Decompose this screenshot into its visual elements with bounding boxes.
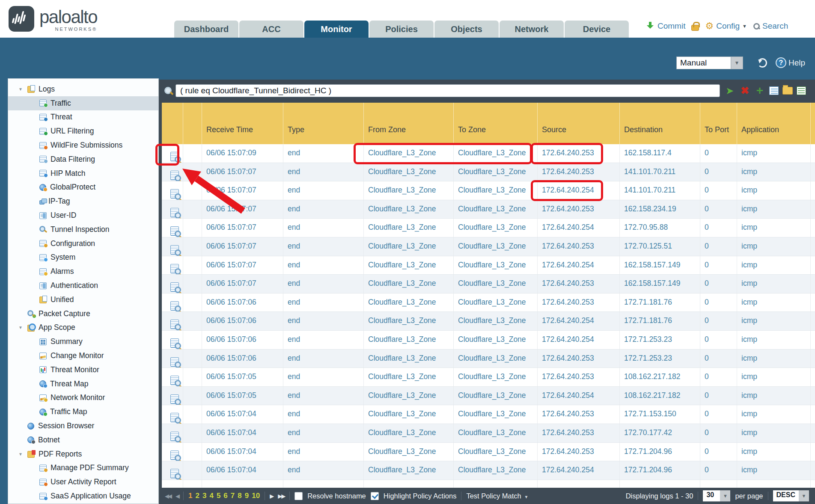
log-detail-icon[interactable] [170,432,179,441]
cell-source[interactable]: 172.64.240.253 [538,424,620,442]
config-menu-button[interactable]: ⚙ Config ▼ [705,21,747,31]
sidebar-item-network-monitor[interactable]: Network Monitor [8,391,158,405]
cell-source[interactable]: 172.64.240.253 [538,237,620,256]
cell-receive-time[interactable]: 06/06 15:07:05 [202,368,283,386]
cell-receive-time[interactable]: 06/06 15:07:07 [202,275,283,293]
column-header-application[interactable]: Application [737,103,811,144]
cell-to-zone[interactable]: Cloudflare_L3_Zone [454,405,538,424]
sidebar-item-threat[interactable]: Threat [8,110,158,125]
cell-source[interactable]: 172.64.240.254 [538,461,620,480]
cell-type[interactable]: end [283,275,364,293]
log-detail-icon[interactable] [170,394,179,404]
column-header-action[interactable]: Action [811,103,815,144]
cell-application[interactable]: icmp [737,312,811,330]
tab-monitor[interactable]: Monitor [304,21,369,38]
cell-from-zone[interactable]: Cloudflare_L3_Zone [364,387,454,405]
cell-receive-time[interactable]: 06/06 15:07:06 [202,312,283,330]
sidebar-item-threat-monitor[interactable]: Threat Monitor [8,363,158,377]
cell-destination[interactable]: 172.71.153.150 [620,405,700,424]
cell-to-zone[interactable]: Cloudflare_L3_Zone [454,461,538,480]
last-page-icon[interactable]: ▶▶ [278,493,285,499]
cell-to-port[interactable]: 0 [700,461,737,480]
cell-from-zone[interactable]: Cloudflare_L3_Zone [364,331,454,349]
cell-from-zone[interactable]: Cloudflare_L3_Zone [364,219,454,237]
cell-application[interactable]: icmp [737,350,811,368]
log-detail-icon[interactable] [170,357,179,367]
cell-to-port[interactable]: 0 [700,424,737,442]
cell-receive-time[interactable]: 06/06 15:07:04 [202,424,283,442]
cell-to-zone[interactable]: Cloudflare_L3_Zone [454,387,538,405]
cell-destination[interactable]: 172.71.204.96 [620,461,700,480]
resolve-hostname-checkbox[interactable] [294,492,303,500]
cell-source[interactable]: 172.64.240.253 [538,200,620,219]
cell-source[interactable]: 172.64.240.253 [538,294,620,312]
cell-to-zone[interactable]: Cloudflare_L3_Zone [454,237,538,256]
tab-dashboard[interactable]: Dashboard [174,21,238,38]
cell-application[interactable]: icmp [737,294,811,312]
sidebar-item-authentication[interactable]: Authentication [8,279,158,293]
log-detail-icon[interactable] [170,208,179,217]
cell-application[interactable]: icmp [737,275,811,293]
cell-to-zone[interactable]: Cloudflare_L3_Zone [454,368,538,386]
sidebar-item-url-filtering[interactable]: URL Filtering [8,124,158,138]
page-number-8[interactable]: 8 [238,492,241,500]
sidebar-item-manage-pdf-summary[interactable]: Manage PDF Summary [8,461,158,475]
sidebar-item-botnet[interactable]: Botnet [8,433,158,447]
cell-type[interactable]: end [283,237,364,256]
column-header-receive-time[interactable]: Receive Time [202,103,283,144]
add-filter-icon[interactable]: + [754,85,765,96]
cell-source[interactable]: 172.64.240.253 [538,163,620,181]
sidebar-item-traffic-map[interactable]: Traffic Map [8,405,158,419]
cell-application[interactable]: icmp [737,219,811,237]
cell-to-port[interactable]: 0 [700,275,737,293]
commit-button[interactable]: Commit [645,21,685,31]
cell-destination[interactable]: 172.70.95.88 [620,219,700,237]
page-number-7[interactable]: 7 [231,492,235,500]
cell-destination[interactable]: 162.158.157.149 [620,275,700,293]
cell-type[interactable]: end [283,144,364,163]
refresh-mode-dropdown-button[interactable]: ▼ [731,56,743,69]
cell-source[interactable]: 172.64.240.253 [538,275,620,293]
cell-receive-time[interactable]: 06/06 15:07:07 [202,163,283,181]
cell-type[interactable]: end [283,368,364,386]
cell-type[interactable]: end [283,405,364,424]
cell-application[interactable]: icmp [737,331,811,349]
sidebar-item-alarms[interactable]: Alarms [8,264,158,279]
next-page-icon[interactable]: ▶ [270,493,273,499]
page-number-10[interactable]: 10 [252,492,260,500]
prev-page-icon[interactable]: ◀ [175,493,178,499]
log-detail-icon[interactable] [170,320,179,329]
cell-source[interactable]: 172.64.240.254 [538,256,620,275]
cell-to-port[interactable]: 0 [700,405,737,424]
cell-receive-time[interactable]: 06/06 15:07:09 [202,144,283,163]
cell-source[interactable]: 172.64.240.253 [538,405,620,424]
search-button[interactable]: Search [753,21,788,31]
log-detail-icon[interactable] [170,413,179,422]
sidebar-item-wildfire-submissions[interactable]: WildFire Submissions [8,138,158,152]
log-detail-icon[interactable] [170,282,179,292]
cell-application[interactable]: icmp [737,256,811,275]
highlight-policy-actions-checkbox[interactable] [371,492,379,500]
cell-from-zone[interactable]: Cloudflare_L3_Zone [364,443,454,461]
cell-source[interactable]: 172.64.240.254 [538,181,620,200]
cell-from-zone[interactable]: Cloudflare_L3_Zone [364,294,454,312]
page-number-3[interactable]: 3 [202,492,206,500]
cell-type[interactable]: end [283,163,364,181]
cell-to-zone[interactable]: Cloudflare_L3_Zone [454,312,538,330]
log-detail-icon[interactable] [170,245,179,255]
sidebar-item-globalprotect[interactable]: GlobalProtect [8,181,158,195]
clear-filter-icon[interactable]: ✖ [739,85,750,96]
tab-objects[interactable]: Objects [434,21,499,38]
cell-to-zone[interactable]: Cloudflare_L3_Zone [454,294,538,312]
cell-type[interactable]: end [283,461,364,480]
log-detail-icon[interactable] [170,469,179,478]
cell-to-zone[interactable]: Cloudflare_L3_Zone [454,256,538,275]
cell-to-zone[interactable]: Cloudflare_L3_Zone [454,331,538,349]
page-number-6[interactable]: 6 [223,492,227,500]
tab-device[interactable]: Device [565,21,629,38]
cell-to-zone[interactable]: Cloudflare_L3_Zone [454,350,538,368]
cell-to-port[interactable]: 0 [700,144,737,163]
cell-receive-time[interactable]: 06/06 15:07:07 [202,200,283,219]
cell-type[interactable]: end [283,219,364,237]
cell-to-zone[interactable]: Cloudflare_L3_Zone [454,219,538,237]
